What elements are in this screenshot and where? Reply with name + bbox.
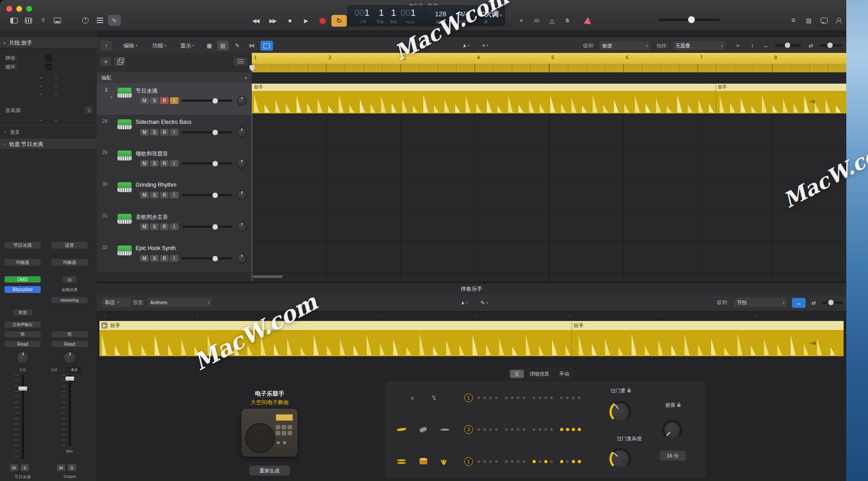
region-play-badge[interactable]: ▶: [101, 322, 108, 329]
mute-button[interactable]: M: [140, 97, 149, 104]
step-dot[interactable]: [560, 396, 563, 399]
lightning-icon[interactable]: ↯: [428, 392, 440, 404]
step-dot[interactable]: [483, 428, 486, 431]
mute-checkbox[interactable]: [45, 55, 52, 61]
tab-main[interactable]: 主: [510, 370, 524, 378]
region-name-strip[interactable]: ▶ 鼓手 鼓手: [99, 321, 844, 330]
step-dot[interactable]: [538, 460, 541, 463]
step-dot[interactable]: [517, 396, 519, 399]
more-disclosure[interactable]: › 更多: [0, 129, 97, 136]
strip-mute-button[interactable]: M: [10, 464, 18, 471]
strip-solo-button[interactable]: S: [68, 464, 76, 471]
eq-slot[interactable]: 均衡器: [52, 259, 88, 266]
forward-button[interactable]: ▶▶: [265, 15, 280, 27]
automation-mode-button[interactable]: Read: [5, 341, 41, 347]
mixer-toggle-button[interactable]: [22, 15, 35, 26]
editors-toggle-button[interactable]: ✎: [108, 15, 121, 26]
track-header-row[interactable]: 31 圣歌同步主音 M S R I: [97, 209, 252, 241]
stepper-icon[interactable]: ▴▾: [85, 107, 93, 113]
track-volume-slider[interactable]: [182, 131, 232, 133]
step-dot[interactable]: [578, 428, 581, 431]
hihat-icon[interactable]: [396, 456, 407, 467]
zoom-swap-button[interactable]: ⇄: [806, 41, 816, 51]
drum-icon[interactable]: [417, 456, 429, 467]
rewind-button[interactable]: ◀◀: [248, 15, 263, 27]
loop-checkbox[interactable]: [45, 64, 52, 71]
play-button[interactable]: ▶: [298, 15, 314, 27]
solo-button[interactable]: S: [150, 97, 159, 104]
master-volume-thumb[interactable]: [688, 16, 695, 23]
mute-button[interactable]: M: [140, 255, 149, 262]
group-slot[interactable]: 组: [52, 331, 88, 337]
step-dot[interactable]: [544, 396, 547, 399]
pointer-tool-menu[interactable]: ➤▾: [457, 298, 472, 308]
group-slot[interactable]: 组: [5, 331, 41, 337]
scrollbar-thumb[interactable]: [253, 275, 283, 278]
lock-icon[interactable]: [677, 404, 680, 407]
region-name-strip[interactable]: 鼓手 鼓手: [252, 84, 846, 91]
step-dots[interactable]: [477, 447, 581, 476]
step-dot[interactable]: [550, 460, 553, 463]
step-dot[interactable]: [495, 428, 498, 431]
add-track-button[interactable]: +: [100, 57, 111, 66]
step-dot[interactable]: [495, 396, 498, 399]
step-dot[interactable]: [511, 396, 514, 399]
fader-handle[interactable]: [19, 387, 27, 391]
marquee-tool-button[interactable]: [260, 41, 273, 51]
tab-details[interactable]: 详细信息: [525, 370, 554, 378]
record-enable-button[interactable]: R: [160, 129, 169, 136]
track-pan-knob[interactable]: [237, 159, 247, 169]
crossfade-tool-button[interactable]: ⋈: [246, 41, 258, 51]
chevron-right-icon[interactable]: ›: [110, 94, 112, 100]
step-dot[interactable]: [523, 460, 525, 463]
track-header-row[interactable]: 28 Sidechain Electro Bass M S R I: [97, 115, 252, 147]
step-dot[interactable]: [477, 396, 480, 399]
track-inspector-header[interactable]: › 轨道:节日水滴: [0, 139, 97, 150]
step-dot[interactable]: [572, 428, 575, 431]
stereo-format-button[interactable]: ◎: [63, 276, 76, 283]
drummer-style[interactable]: 大空间电子舞曲: [228, 399, 311, 406]
input-monitor-button[interactable]: I: [170, 160, 179, 167]
solo-button[interactable]: S: [150, 129, 159, 136]
input-monitor-button[interactable]: I: [170, 192, 179, 198]
region-inspector-header[interactable]: ▾ 片段:鼓手: [0, 38, 97, 48]
track-volume-slider[interactable]: [182, 162, 232, 165]
track-pan-knob[interactable]: [237, 190, 247, 200]
drag-dropdown[interactable]: 无重叠▴▾: [673, 41, 725, 50]
step-dot[interactable]: [572, 396, 575, 399]
track-zoom-presets-button[interactable]: [234, 57, 247, 66]
horizontal-zoom-slider[interactable]: [820, 44, 842, 47]
smart-controls-button[interactable]: [79, 15, 92, 26]
share-button[interactable]: [832, 15, 845, 26]
strip-solo-button[interactable]: S: [21, 464, 29, 471]
step-dot[interactable]: [538, 396, 541, 399]
step-dot[interactable]: [566, 396, 569, 399]
input-monitor-button[interactable]: I: [170, 255, 179, 262]
tuner-button[interactable]: [581, 15, 594, 26]
zoom-slider-thumb[interactable]: [785, 42, 790, 48]
step-dot[interactable]: [505, 460, 508, 463]
solo-button[interactable]: S: [150, 160, 159, 167]
track-header-row[interactable]: 29 颂歌和弦琶音 M S R I: [97, 146, 252, 178]
pattern-row-cymbals[interactable]: 3: [385, 415, 706, 444]
step-dot[interactable]: [560, 460, 563, 463]
vertical-zoom-button[interactable]: ↕: [747, 41, 758, 51]
step-dot[interactable]: [477, 460, 480, 463]
step-dot[interactable]: [572, 460, 575, 463]
solo-mode-button[interactable]: S: [561, 15, 574, 26]
master-volume-slider[interactable]: [658, 19, 720, 21]
tab-manual[interactable]: 手动: [555, 370, 574, 378]
step-dots[interactable]: [477, 383, 581, 413]
step-dot[interactable]: [578, 396, 580, 399]
zoom-slider-thumb[interactable]: [828, 300, 834, 305]
region-body[interactable]: ⇥: [252, 91, 846, 113]
sticks-icon[interactable]: ×: [406, 392, 418, 404]
record-enable-button[interactable]: R: [160, 160, 169, 167]
step-dots[interactable]: [477, 415, 581, 444]
channel-setting-button[interactable]: 设置: [52, 242, 88, 249]
toolbar-toggle-button[interactable]: [51, 15, 64, 26]
sends-button[interactable]: 发送: [13, 310, 33, 316]
drummer-bar-ruler[interactable]: 12345678: [99, 311, 844, 321]
step-dot[interactable]: [538, 428, 541, 431]
record-enable-button[interactable]: R: [160, 97, 169, 104]
